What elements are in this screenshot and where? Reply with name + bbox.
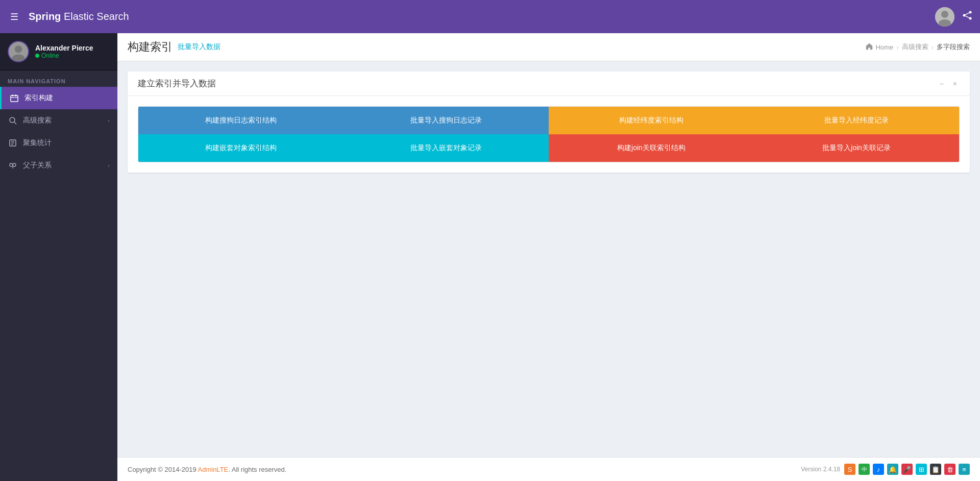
svg-point-9 <box>15 45 22 53</box>
breadcrumb: Home › 高级搜索 › 多字段搜索 <box>866 42 970 52</box>
brand-text: Elastic Search <box>61 11 129 22</box>
sidebar-item-index-build[interactable]: 索引构建 <box>0 87 117 109</box>
footer-icons: S 中 ♪ 🔔 🎤 ⊞ 📋 🗑 ≡ <box>844 464 970 475</box>
import-join-records-button[interactable]: 批量导入join关联记录 <box>754 134 959 162</box>
card-body: 构建搜狗日志索引结构 批量导入搜狗日志记录 构建经纬度索引结构 批量导入经纬度记… <box>128 96 970 173</box>
copyright-suffix: . All rights reserved. <box>228 466 286 473</box>
status-dot <box>35 54 39 58</box>
footer-icon-s[interactable]: S <box>844 464 855 475</box>
navbar-right <box>935 7 972 27</box>
build-join-index-button[interactable]: 构建join关联索引结构 <box>549 134 754 162</box>
footer-icon-clipboard[interactable]: 📋 <box>930 464 941 475</box>
svg-line-16 <box>14 122 16 124</box>
sidebar-item-label-parent-child: 父子关系 <box>23 161 108 170</box>
footer-icon-mic[interactable]: 🎤 <box>901 464 913 475</box>
copyright-text: Copyright © 2014-2019 <box>128 466 198 473</box>
page-title: 构建索引 <box>128 39 173 55</box>
card-minimize-button[interactable]: − <box>937 79 946 89</box>
build-log-index-button[interactable]: 构建搜狗日志索引结构 <box>138 107 344 134</box>
svg-point-21 <box>10 163 13 166</box>
svg-point-15 <box>10 117 15 123</box>
avatar-image <box>935 7 954 27</box>
svg-point-10 <box>12 54 24 62</box>
footer-icon-note[interactable]: ♪ <box>873 464 884 475</box>
home-icon <box>866 43 873 52</box>
breadcrumb-current: 多字段搜索 <box>937 42 970 52</box>
action-button-grid: 构建搜狗日志索引结构 批量导入搜狗日志记录 构建经纬度索引结构 批量导入经纬度记… <box>138 106 960 162</box>
svg-rect-11 <box>11 95 18 102</box>
import-nested-records-button[interactable]: 批量导入嵌套对象记录 <box>344 134 549 162</box>
user-avatar-navbar[interactable] <box>935 7 954 27</box>
edit-icon <box>8 138 18 148</box>
footer-copyright: Copyright © 2014-2019 AdminLTE. All righ… <box>128 466 286 473</box>
footer-icon-menu[interactable]: ≡ <box>959 464 970 475</box>
sidebar-item-parent-child[interactable]: 父子关系 ‹ <box>0 154 117 177</box>
search-icon <box>8 115 18 126</box>
sidebar-avatar <box>8 41 29 62</box>
footer-right: Version 2.4.18 S 中 ♪ 🔔 🎤 ⊞ 📋 🗑 ≡ <box>801 464 970 475</box>
import-log-records-button[interactable]: 批量导入搜狗日志记录 <box>344 107 549 134</box>
content-header-left: 构建索引 批量导入数据 <box>128 39 220 55</box>
nav-section-label: MAIN NAVIGATION <box>0 70 117 87</box>
sidebar-item-label-index-build: 索引构建 <box>24 93 110 103</box>
card-controls: − × <box>937 79 960 89</box>
build-nested-index-button[interactable]: 构建嵌套对象索引结构 <box>138 134 344 162</box>
main-content: 建立索引并导入数据 − × 构建搜狗日志索引结构 批量导入搜狗日志记录 构建经纬… <box>117 61 980 457</box>
svg-line-6 <box>965 16 969 18</box>
card-header: 建立索引并导入数据 − × <box>128 71 970 96</box>
hamburger-menu[interactable]: ☰ <box>8 9 21 25</box>
card-title: 建立索引并导入数据 <box>138 78 216 89</box>
chevron-icon-parent-child: ‹ <box>108 162 110 169</box>
footer: Copyright © 2014-2019 AdminLTE. All righ… <box>117 457 980 481</box>
brand-strong: Spring <box>29 11 61 22</box>
import-geo-records-button[interactable]: 批量导入经纬度记录 <box>754 107 959 134</box>
build-geo-index-button[interactable]: 构建经纬度索引结构 <box>549 107 754 134</box>
sidebar-item-label-aggregate-stats: 聚集统计 <box>23 138 110 148</box>
svg-point-22 <box>13 163 16 166</box>
main-wrapper: Alexander Pierce Online MAIN NAVIGATION … <box>0 33 980 481</box>
svg-point-1 <box>941 11 948 18</box>
breadcrumb-level2[interactable]: 高级搜索 <box>902 42 928 52</box>
svg-line-7 <box>965 13 969 15</box>
footer-icon-trash[interactable]: 🗑 <box>944 464 955 475</box>
group-icon <box>8 160 18 171</box>
content-header: 构建索引 批量导入数据 Home › 高级搜索 › 多字段搜索 <box>117 33 980 61</box>
app-brand: Spring Elastic Search <box>29 11 129 22</box>
breadcrumb-home[interactable]: Home <box>876 43 894 51</box>
sidebar-item-advanced-search[interactable]: 高级搜索 ‹ <box>0 109 117 132</box>
sidebar-username: Alexander Pierce <box>35 44 93 52</box>
footer-icon-bell[interactable]: 🔔 <box>887 464 898 475</box>
footer-icon-grid[interactable]: ⊞ <box>916 464 927 475</box>
navbar-left: ☰ Spring Elastic Search <box>8 9 129 25</box>
status-text: Online <box>41 52 59 59</box>
content-area: 构建索引 批量导入数据 Home › 高级搜索 › 多字段搜索 建立索引 <box>117 33 980 481</box>
footer-icon-zh[interactable]: 中 <box>859 464 870 475</box>
main-card: 建立索引并导入数据 − × 构建搜狗日志索引结构 批量导入搜狗日志记录 构建经纬… <box>128 71 970 173</box>
breadcrumb-sep-2: › <box>932 43 934 51</box>
sidebar-item-label-advanced-search: 高级搜索 <box>23 116 108 125</box>
card-close-button[interactable]: × <box>950 79 960 89</box>
sidebar-user-info: Alexander Pierce Online <box>35 44 93 59</box>
sidebar-user-panel: Alexander Pierce Online <box>0 33 117 70</box>
adminlte-link[interactable]: AdminLTE <box>198 466 229 473</box>
svg-point-5 <box>969 17 972 20</box>
top-navbar: ☰ Spring Elastic Search <box>0 0 980 33</box>
version-text: Version 2.4.18 <box>801 466 840 473</box>
sidebar-status: Online <box>35 52 93 59</box>
page-subtitle: 批量导入数据 <box>178 42 220 52</box>
sidebar: Alexander Pierce Online MAIN NAVIGATION … <box>0 33 117 481</box>
calendar-icon <box>9 93 19 103</box>
svg-point-3 <box>969 11 972 14</box>
share-icon[interactable] <box>962 10 972 23</box>
svg-point-4 <box>963 14 966 17</box>
breadcrumb-sep-1: › <box>896 43 898 51</box>
sidebar-item-aggregate-stats[interactable]: 聚集统计 <box>0 132 117 154</box>
chevron-icon-advanced-search: ‹ <box>108 117 110 124</box>
